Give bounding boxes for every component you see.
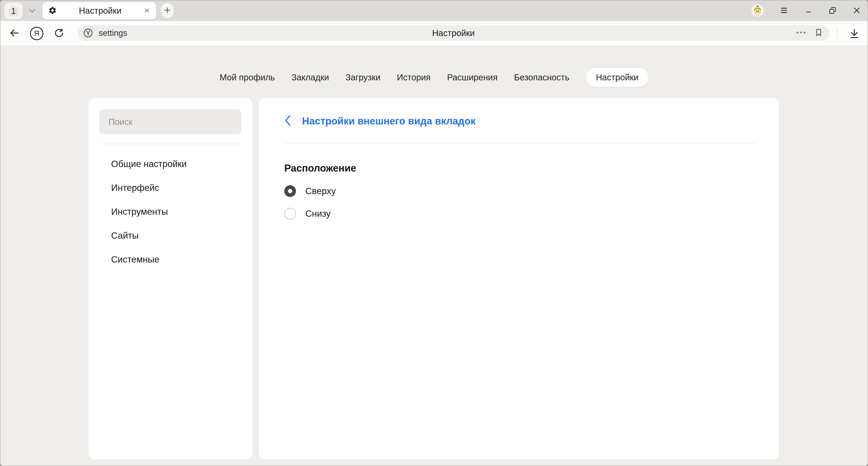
sidebar-item-tools[interactable]: Инструменты bbox=[99, 200, 242, 224]
nav-tab-history[interactable]: История bbox=[397, 68, 431, 87]
tab-counter-button[interactable]: 1 bbox=[4, 3, 23, 19]
search-input[interactable] bbox=[99, 117, 242, 127]
tab-position-radio-group: Сверху Снизу bbox=[284, 180, 755, 225]
protect-y-badge-icon[interactable] bbox=[83, 28, 93, 38]
radio-unselected-icon[interactable] bbox=[284, 208, 296, 220]
settings-sidebar: Общие настройки Интерфейс Инструменты Са… bbox=[89, 98, 252, 460]
page-title[interactable]: Настройки внешнего вида вкладок bbox=[302, 115, 475, 127]
downloads-button[interactable] bbox=[848, 21, 860, 46]
back-arrow-icon[interactable] bbox=[9, 27, 20, 39]
sidebar-item-system[interactable]: Системные bbox=[99, 247, 242, 271]
tab-close-icon[interactable] bbox=[144, 7, 150, 15]
radio-option-top[interactable]: Сверху bbox=[284, 180, 755, 202]
section-title: Расположение bbox=[284, 162, 755, 174]
back-chevron-icon[interactable] bbox=[284, 115, 291, 127]
settings-main-panel: Настройки внешнего вида вкладок Располож… bbox=[259, 98, 779, 460]
nav-tab-bookmarks[interactable]: Закладки bbox=[291, 68, 329, 87]
tab-count: 1 bbox=[8, 6, 19, 16]
address-bar[interactable]: settings Настройки bbox=[78, 25, 829, 41]
tab-title: Настройки bbox=[57, 6, 144, 16]
tab-strip: 1 Настройки bbox=[0, 0, 868, 21]
window-close-icon[interactable] bbox=[852, 6, 861, 16]
sidebar-item-sites[interactable]: Сайты bbox=[99, 224, 242, 247]
radio-selected-icon[interactable] bbox=[284, 185, 296, 197]
browser-window: 1 Настройки bbox=[0, 0, 868, 466]
browser-toolbar: Я settings Настройки bbox=[0, 21, 868, 46]
settings-gear-favicon-icon bbox=[48, 6, 57, 16]
tab-list-chevron-down-icon[interactable] bbox=[28, 8, 36, 13]
address-more-ellipsis-icon[interactable] bbox=[796, 31, 806, 35]
sidebar-item-general[interactable]: Общие настройки bbox=[99, 152, 242, 176]
nav-tab-security[interactable]: Безопасность bbox=[514, 68, 569, 87]
radio-option-bottom-label: Снизу bbox=[305, 208, 331, 219]
main-divider bbox=[284, 143, 755, 143]
settings-page: Мой профиль Закладки Загрузки История Ра… bbox=[0, 46, 868, 466]
nav-tab-my-profile[interactable]: Мой профиль bbox=[220, 68, 275, 87]
sidebar-search-box[interactable] bbox=[99, 110, 242, 134]
new-tab-button[interactable] bbox=[161, 3, 174, 18]
tab-stack-icon: 1 bbox=[8, 5, 19, 17]
sidebar-section-list: Общие настройки Интерфейс Инструменты Са… bbox=[99, 152, 242, 271]
toolbar-divider bbox=[837, 28, 837, 38]
address-page-title: Настройки bbox=[432, 28, 474, 38]
nav-tab-settings-active[interactable]: Настройки bbox=[586, 68, 648, 87]
nav-tab-extensions[interactable]: Расширения bbox=[447, 68, 498, 87]
radio-option-bottom[interactable]: Снизу bbox=[284, 202, 755, 225]
yandex-logo-icon[interactable]: Я bbox=[30, 27, 43, 40]
plus-icon bbox=[163, 6, 172, 15]
window-restore-icon[interactable] bbox=[829, 6, 837, 16]
active-browser-tab[interactable]: Настройки bbox=[42, 2, 156, 19]
sidebar-item-interface[interactable]: Интерфейс bbox=[99, 176, 242, 200]
bookmark-icon[interactable] bbox=[814, 28, 823, 38]
settings-nav: Мой профиль Закладки Загрузки История Ра… bbox=[0, 68, 868, 87]
nav-tab-downloads[interactable]: Загрузки bbox=[345, 68, 380, 87]
profile-avatar[interactable] bbox=[751, 4, 764, 18]
sidebar-divider bbox=[99, 144, 242, 144]
address-url[interactable]: settings bbox=[99, 28, 127, 38]
window-minimize-icon[interactable] bbox=[804, 6, 813, 16]
radio-option-top-label: Сверху bbox=[305, 186, 336, 196]
browser-menu-hamburger-icon[interactable] bbox=[779, 6, 788, 16]
reload-icon[interactable] bbox=[53, 27, 65, 39]
